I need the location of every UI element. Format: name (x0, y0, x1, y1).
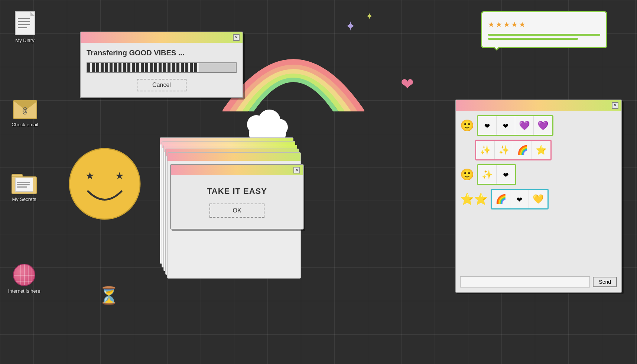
transfer-dialog-close-button[interactable]: × (233, 34, 240, 41)
smiley-1: 🙂 (460, 119, 474, 133)
svg-text:★: ★ (86, 168, 94, 183)
transfer-dialog-title: Transfering GOOD VIBES ... (87, 49, 237, 57)
stars-row: ★ ★ ★ ★ ★ (488, 17, 600, 30)
star-4: ★ (511, 17, 518, 30)
emoji-cell-heart-red-2[interactable]: ❤️ (497, 116, 515, 135)
emoji-cell-heart-purple-2[interactable]: 💜 (534, 116, 552, 135)
icon-label-my-secrets: My Secrets (12, 196, 36, 202)
heart-decoration: ❤ (401, 71, 413, 96)
svg-point-0 (69, 149, 140, 219)
take-easy-dialog-close-button[interactable]: × (293, 167, 300, 173)
emoji-cell-rainbow-2[interactable]: 🌈 (492, 190, 510, 208)
emoji-cell-heart-red-3[interactable]: ❤️ (497, 165, 515, 184)
icon-label-check-email: Check email (12, 122, 38, 127)
chat-window-titlebar: × (456, 100, 621, 111)
cancel-button[interactable]: Cancel (137, 79, 186, 91)
emoji-cell-star-1[interactable]: ⭐ (532, 141, 550, 159)
transfer-dialog-titlebar: × (81, 32, 243, 43)
document-icon (15, 11, 35, 35)
emoji-row-4: ⭐⭐ 🌈 ❤️ 💛 (460, 189, 617, 209)
emoji-cell-heart-purple-1[interactable]: 💜 (515, 116, 534, 135)
take-easy-dialog-titlebar: × (171, 165, 303, 175)
star-5: ★ (519, 17, 525, 30)
emoji-row-1: 🙂 ❤️ ❤️ 💜 💜 (460, 115, 617, 136)
chat-input-row: Send (460, 276, 617, 287)
take-easy-dialog: × TAKE IT EASY OK (170, 164, 304, 230)
emoji-group-cyan: 🌈 ❤️ 💛 (491, 189, 549, 209)
star-1: ★ (488, 17, 494, 30)
emoji-group-green-hearts: ❤️ ❤️ 💜 💜 (477, 115, 553, 136)
chat-input-field[interactable] (460, 276, 590, 287)
ok-button[interactable]: OK (209, 204, 264, 218)
email-icon: @ (13, 100, 37, 120)
desktop-icon-internet[interactable]: Internet is here (7, 264, 41, 294)
desktop-icon-my-diary[interactable]: My Diary (8, 11, 42, 43)
transfer-dialog-body: Transfering GOOD VIBES ... Cancel (81, 43, 243, 97)
svg-text:★: ★ (116, 168, 124, 183)
chat-window-close-button[interactable]: × (612, 102, 618, 109)
emoji-cell-sparkle-2[interactable]: ✨ (495, 141, 513, 159)
emoji-group-green-small: ✨ ❤️ (477, 164, 516, 185)
desktop-icon-check-email[interactable]: @ Check email (8, 100, 42, 127)
smiley-3: 🙂 (460, 168, 474, 182)
sparkle-purple-large: ✦ (345, 15, 355, 36)
star-2: ★ (496, 17, 502, 30)
take-easy-message: TAKE IT EASY (178, 186, 296, 196)
icon-label-my-diary: My Diary (15, 38, 34, 43)
progress-bar-fill (87, 63, 199, 72)
emoji-group-pink-sparkles: ✨ ✨ 🌈 ⭐ (475, 140, 552, 160)
emoji-cell-heart-red-4[interactable]: ❤️ (510, 190, 529, 208)
review-bubble: ★ ★ ★ ★ ★ (481, 11, 607, 48)
emoji-cell-heart-red-1[interactable]: ❤️ (478, 116, 497, 135)
chat-window-body: 🙂 ❤️ ❤️ 💜 💜 ✨ ✨ 🌈 ⭐ 🙂 ✨ ❤️ (456, 111, 621, 292)
send-button[interactable]: Send (593, 277, 617, 287)
emoji-row-3: 🙂 ✨ ❤️ (460, 164, 617, 185)
emoji-cell-heart-yellow[interactable]: 💛 (529, 190, 547, 208)
icon-label-internet: Internet is here (8, 288, 40, 294)
globe-icon (13, 264, 35, 286)
speech-bubble: ★ ★ ★ ★ ★ (481, 11, 607, 48)
progress-bar (87, 62, 237, 73)
take-easy-dialog-body: TAKE IT EASY OK (171, 175, 303, 229)
hourglass-decoration: ⏳ (98, 286, 119, 306)
big-smiley-face: ★ ★ (68, 147, 142, 221)
transfer-dialog: × Transfering GOOD VIBES ... Cancel (80, 32, 243, 98)
folder-icon (12, 174, 37, 194)
smiley-star-eyes: ⭐⭐ (460, 192, 488, 206)
chat-window: × 🙂 ❤️ ❤️ 💜 💜 ✨ ✨ 🌈 ⭐ 🙂 ✨ (455, 100, 622, 293)
emoji-cell-rainbow-1[interactable]: 🌈 (513, 141, 532, 159)
emoji-cell-sparkle-1[interactable]: ✨ (476, 141, 495, 159)
desktop-icon-my-secrets[interactable]: My Secrets (7, 174, 41, 202)
star-3: ★ (504, 17, 510, 30)
sparkle-green: ✦ (366, 8, 373, 23)
emoji-row-2: ✨ ✨ 🌈 ⭐ (475, 140, 617, 160)
emoji-cell-sparkle-3[interactable]: ✨ (478, 165, 497, 184)
